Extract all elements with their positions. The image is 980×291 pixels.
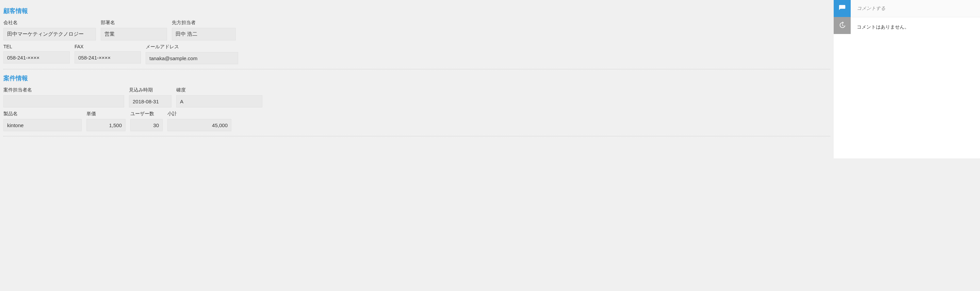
customer-row-1: 会社名 田中マーケティングテクノロジー 部署名 営業 先方担当者 田中 浩二 bbox=[3, 20, 830, 40]
label-contact: 先方担当者 bbox=[172, 20, 236, 26]
sidebar-tabs bbox=[834, 0, 851, 34]
label-department: 部署名 bbox=[101, 20, 167, 26]
customer-row-2: TEL 058-241-×××× FAX 058-241-×××× メールアドレ… bbox=[3, 44, 830, 64]
tab-history[interactable] bbox=[834, 17, 851, 34]
value-contact: 田中 浩二 bbox=[172, 28, 236, 40]
value-owner bbox=[3, 95, 124, 108]
divider-2 bbox=[3, 136, 830, 136]
label-users: ユーザー数 bbox=[130, 111, 163, 117]
label-subtotal: 小計 bbox=[167, 111, 231, 117]
label-product: 製品名 bbox=[3, 111, 82, 117]
comments-body: コメントする コメントはありません。 bbox=[851, 0, 980, 37]
comments-sidebar: コメントする コメントはありません。 bbox=[834, 0, 980, 158]
field-owner: 案件担当者名 bbox=[3, 87, 124, 108]
field-tel: TEL 058-241-×××× bbox=[3, 44, 70, 64]
divider-1 bbox=[3, 69, 830, 70]
value-subtotal: 45,000 bbox=[167, 119, 231, 131]
section-title-deal: 案件情報 bbox=[3, 74, 830, 82]
value-tel: 058-241-×××× bbox=[3, 51, 70, 63]
value-unit-price: 1,500 bbox=[86, 119, 126, 131]
field-department: 部署名 営業 bbox=[101, 20, 167, 40]
field-email: メールアドレス tanaka@sample.com bbox=[146, 44, 238, 64]
value-probability: A bbox=[176, 95, 262, 108]
value-product: kintone bbox=[3, 119, 82, 131]
label-probability: 確度 bbox=[176, 87, 262, 93]
section-title-customer: 顧客情報 bbox=[3, 7, 830, 15]
value-department: 営業 bbox=[101, 28, 167, 40]
value-users: 30 bbox=[130, 119, 163, 131]
field-product: 製品名 kintone bbox=[3, 111, 82, 131]
field-unit-price: 単価 1,500 bbox=[86, 111, 126, 131]
record-detail: 顧客情報 会社名 田中マーケティングテクノロジー 部署名 営業 先方担当者 田中… bbox=[0, 0, 834, 158]
value-fax: 058-241-×××× bbox=[75, 51, 141, 63]
tab-comments[interactable] bbox=[834, 0, 851, 17]
field-probability: 確度 A bbox=[176, 87, 262, 108]
label-company: 会社名 bbox=[3, 20, 96, 26]
value-expected: 2018-08-31 bbox=[129, 95, 172, 108]
label-expected: 見込み時期 bbox=[129, 87, 172, 93]
label-owner: 案件担当者名 bbox=[3, 87, 124, 93]
field-subtotal: 小計 45,000 bbox=[167, 111, 231, 131]
label-tel: TEL bbox=[3, 44, 70, 49]
field-company: 会社名 田中マーケティングテクノロジー bbox=[3, 20, 96, 40]
history-icon bbox=[838, 21, 846, 30]
comment-icon bbox=[838, 5, 846, 13]
comments-empty: コメントはありません。 bbox=[851, 17, 980, 37]
field-contact: 先方担当者 田中 浩二 bbox=[172, 20, 236, 40]
label-email: メールアドレス bbox=[146, 44, 238, 50]
label-fax: FAX bbox=[75, 44, 141, 49]
field-fax: FAX 058-241-×××× bbox=[75, 44, 141, 64]
field-expected: 見込み時期 2018-08-31 bbox=[129, 87, 172, 108]
comment-input[interactable]: コメントする bbox=[851, 0, 980, 17]
value-email: tanaka@sample.com bbox=[146, 52, 238, 64]
app-root: 顧客情報 会社名 田中マーケティングテクノロジー 部署名 営業 先方担当者 田中… bbox=[0, 0, 980, 158]
label-unit-price: 単価 bbox=[86, 111, 126, 117]
field-users: ユーザー数 30 bbox=[130, 111, 163, 131]
value-company: 田中マーケティングテクノロジー bbox=[3, 28, 96, 40]
deal-row-1: 案件担当者名 見込み時期 2018-08-31 確度 A bbox=[3, 87, 830, 108]
deal-row-2: 製品名 kintone 単価 1,500 ユーザー数 30 小計 45,000 bbox=[3, 111, 830, 131]
